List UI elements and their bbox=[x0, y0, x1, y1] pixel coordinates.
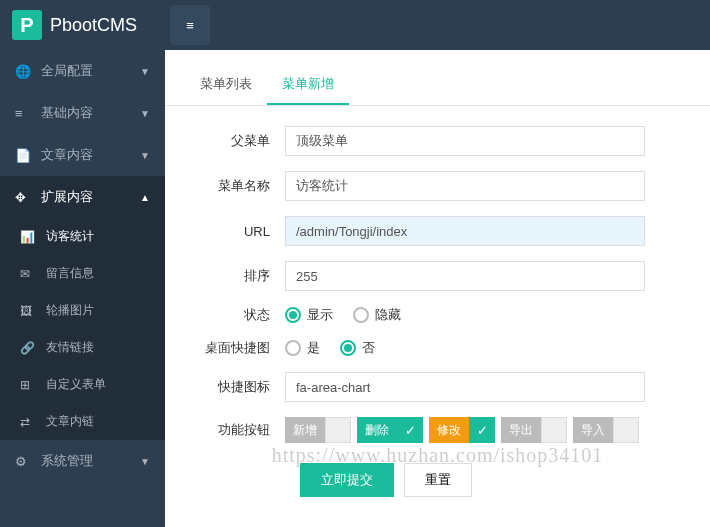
logo-icon: P bbox=[12, 10, 42, 40]
radio-label: 隐藏 bbox=[375, 306, 401, 324]
fn-button-导入: 导入 bbox=[573, 417, 639, 443]
fn-button-删除: 删除✓ bbox=[357, 417, 423, 443]
input-url[interactable] bbox=[285, 216, 645, 246]
fn-label: 导出 bbox=[501, 417, 541, 443]
label-fn: 功能按钮 bbox=[185, 421, 285, 439]
nav-global-config[interactable]: 🌐全局配置 ▼ bbox=[0, 50, 165, 92]
caret-down-icon: ▼ bbox=[140, 456, 150, 467]
nav-label: 扩展内容 bbox=[41, 188, 93, 206]
link-icon: 🔗 bbox=[20, 341, 38, 355]
radio-yes[interactable]: 是 bbox=[285, 339, 320, 357]
fn-checkbox[interactable] bbox=[541, 417, 567, 443]
fn-checkbox[interactable] bbox=[613, 417, 639, 443]
radio-label: 显示 bbox=[307, 306, 333, 324]
input-sort[interactable] bbox=[285, 261, 645, 291]
fn-checkbox[interactable]: ✓ bbox=[469, 417, 495, 443]
fn-button-修改: 修改✓ bbox=[429, 417, 495, 443]
label-status: 状态 bbox=[185, 306, 285, 324]
fn-label: 导入 bbox=[573, 417, 613, 443]
chart-icon: 📊 bbox=[20, 230, 38, 244]
shuffle-icon: ⇄ bbox=[20, 415, 38, 429]
document-icon: 📄 bbox=[15, 148, 33, 163]
tabs: 菜单列表 菜单新增 bbox=[165, 65, 710, 106]
radio-no[interactable]: 否 bbox=[340, 339, 375, 357]
sub-label: 文章内链 bbox=[46, 413, 94, 430]
sub-label: 留言信息 bbox=[46, 265, 94, 282]
sub-label: 自定义表单 bbox=[46, 376, 106, 393]
fn-checkbox[interactable] bbox=[325, 417, 351, 443]
nav-label: 系统管理 bbox=[41, 452, 93, 470]
brand-name: PbootCMS bbox=[50, 15, 137, 36]
label-parent: 父菜单 bbox=[185, 132, 285, 150]
label-url: URL bbox=[185, 224, 285, 239]
radio-label: 是 bbox=[307, 339, 320, 357]
label-icon: 快捷图标 bbox=[185, 378, 285, 396]
radio-show[interactable]: 显示 bbox=[285, 306, 333, 324]
nav-label: 基础内容 bbox=[41, 104, 93, 122]
sub-label: 轮播图片 bbox=[46, 302, 94, 319]
fn-checkbox[interactable]: ✓ bbox=[397, 417, 423, 443]
input-name[interactable] bbox=[285, 171, 645, 201]
nav-extend-content[interactable]: ✥扩展内容 ▲ bbox=[0, 176, 165, 218]
nav-base-content[interactable]: ≡基础内容 ▼ bbox=[0, 92, 165, 134]
nav-label: 文章内容 bbox=[41, 146, 93, 164]
image-icon: 🖼 bbox=[20, 304, 38, 318]
hamburger-icon: ≡ bbox=[186, 18, 194, 33]
submit-button[interactable]: 立即提交 bbox=[300, 463, 394, 497]
sidebar-toggle-button[interactable]: ≡ bbox=[170, 5, 210, 45]
caret-down-icon: ▼ bbox=[140, 66, 150, 77]
nav-system-manage[interactable]: ⚙系统管理 ▼ bbox=[0, 440, 165, 482]
fn-label: 新增 bbox=[285, 417, 325, 443]
label-name: 菜单名称 bbox=[185, 177, 285, 195]
nav-article-content[interactable]: 📄文章内容 ▼ bbox=[0, 134, 165, 176]
globe-icon: 🌐 bbox=[15, 64, 33, 79]
fn-button-导出: 导出 bbox=[501, 417, 567, 443]
sub-label: 访客统计 bbox=[46, 228, 94, 245]
sub-friend-link[interactable]: 🔗友情链接 bbox=[0, 329, 165, 366]
tab-menu-add[interactable]: 菜单新增 bbox=[267, 65, 349, 105]
radio-hide[interactable]: 隐藏 bbox=[353, 306, 401, 324]
label-sort: 排序 bbox=[185, 267, 285, 285]
select-parent[interactable] bbox=[285, 126, 645, 156]
fn-label: 修改 bbox=[429, 417, 469, 443]
radio-label: 否 bbox=[362, 339, 375, 357]
sub-visitor-stats[interactable]: 📊访客统计 bbox=[0, 218, 165, 255]
input-icon[interactable] bbox=[285, 372, 645, 402]
gear-icon: ⚙ bbox=[15, 454, 33, 469]
nav-label: 全局配置 bbox=[41, 62, 93, 80]
sub-label: 友情链接 bbox=[46, 339, 94, 356]
grid-icon: ⊞ bbox=[20, 378, 38, 392]
sidebar: 🌐全局配置 ▼ ≡基础内容 ▼ 📄文章内容 ▼ ✥扩展内容 ▲ 📊访客统计 ✉留… bbox=[0, 50, 165, 527]
caret-down-icon: ▼ bbox=[140, 108, 150, 119]
sub-custom-form[interactable]: ⊞自定义表单 bbox=[0, 366, 165, 403]
expand-icon: ✥ bbox=[15, 190, 33, 205]
label-shortcut: 桌面快捷图 bbox=[185, 339, 285, 357]
fn-button-新增: 新增 bbox=[285, 417, 351, 443]
tab-menu-list[interactable]: 菜单列表 bbox=[185, 65, 267, 105]
fn-label: 删除 bbox=[357, 417, 397, 443]
sub-article-link[interactable]: ⇄文章内链 bbox=[0, 403, 165, 440]
list-icon: ≡ bbox=[15, 106, 33, 121]
mail-icon: ✉ bbox=[20, 267, 38, 281]
logo: P PbootCMS bbox=[0, 0, 165, 50]
caret-down-icon: ▼ bbox=[140, 150, 150, 161]
sub-message-info[interactable]: ✉留言信息 bbox=[0, 255, 165, 292]
sub-carousel-image[interactable]: 🖼轮播图片 bbox=[0, 292, 165, 329]
caret-up-icon: ▲ bbox=[140, 192, 150, 203]
reset-button[interactable]: 重置 bbox=[404, 463, 472, 497]
main-content: 菜单列表 菜单新增 父菜单 菜单名称 URL 排序 状态 bbox=[165, 50, 710, 527]
